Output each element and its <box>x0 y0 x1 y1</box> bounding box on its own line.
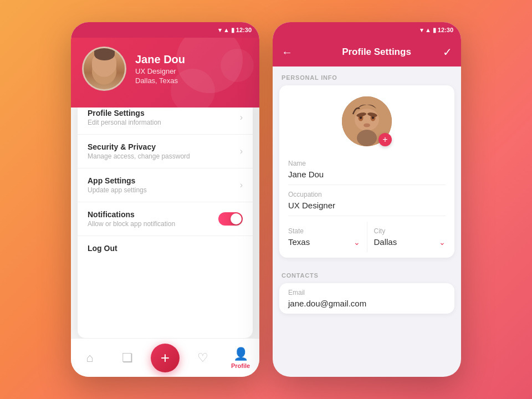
contacts-card: Email jane.dou@gmail.com <box>279 283 454 314</box>
personal-info-card: + Name Jane Dou Occupation UX Designer S… <box>279 85 454 258</box>
profile-info: Jane Dou UX Designer Dallas, Texas <box>135 53 185 85</box>
settings-card: Profile Settings Edit personal informati… <box>78 101 253 338</box>
notifications-toggle[interactable] <box>218 212 243 226</box>
settings-item-profile[interactable]: Profile Settings Edit personal informati… <box>78 101 253 135</box>
home-icon: ⌂ <box>86 351 93 365</box>
state-field[interactable]: State Texas ⌄ <box>288 222 367 252</box>
phone-profile: ▾ ▲ ▮ 12:30 <box>71 22 259 377</box>
chevron-right-icon: › <box>240 112 243 122</box>
check-button[interactable]: ✓ <box>443 45 452 59</box>
settings-item-profile-content: Profile Settings Edit personal informati… <box>88 109 240 126</box>
settings-item-notifications-sub: Allow or block app notification <box>88 220 218 228</box>
profile-name: Jane Dou <box>135 53 185 66</box>
state-value: Texas ⌄ <box>288 237 360 247</box>
city-value: Dallas ⌄ <box>374 237 446 247</box>
settings-item-logout-content: Log Out <box>88 244 243 254</box>
svg-point-3 <box>108 64 111 69</box>
avatar <box>82 47 126 91</box>
svg-point-4 <box>98 65 100 68</box>
status-icons-1: ▾ ▲ ▮ 12:30 <box>218 27 252 34</box>
nav-item-bookmark[interactable]: ❏ <box>109 351 146 365</box>
settings-item-security-title: Security & Privacy <box>88 142 240 151</box>
email-label: Email <box>288 289 446 296</box>
name-field[interactable]: Name Jane Dou <box>288 154 446 185</box>
city-text: Dallas <box>374 237 397 247</box>
signal-icon-2: ▲ <box>425 27 431 33</box>
status-icons-2: ▾ ▲ ▮ 12:30 <box>420 27 453 34</box>
contacts-label: CONTACTS <box>273 264 461 283</box>
settings-item-profile-title: Profile Settings <box>88 109 240 117</box>
settings-item-profile-sub: Edit personal information <box>88 119 240 126</box>
occupation-value: UX Designer <box>288 201 446 210</box>
svg-point-16 <box>364 124 370 127</box>
svg-point-7 <box>96 62 105 66</box>
nav-item-fab[interactable]: + <box>146 344 184 372</box>
wifi-icon-2: ▾ <box>420 27 423 34</box>
city-dropdown-arrow: ⌄ <box>439 238 446 247</box>
avatar-edit-wrap: + <box>288 85 446 154</box>
profile-role: UX Designer <box>135 67 185 75</box>
nav-item-home[interactable]: ⌂ <box>71 351 109 365</box>
nav-item-profile[interactable]: 👤 Profile <box>222 347 259 369</box>
face-svg <box>84 48 125 89</box>
settings-item-app-title: App Settings <box>88 176 240 185</box>
svg-point-0 <box>92 58 116 85</box>
top-bar: ← Profile Settings ✓ <box>273 38 461 66</box>
svg-point-1 <box>94 59 115 77</box>
toggle-knob <box>231 213 242 224</box>
heart-icon: ♡ <box>197 351 208 365</box>
page-title: Profile Settings <box>299 47 454 58</box>
profile-icon: 👤 <box>233 347 248 361</box>
battery-icon: ▮ <box>231 27 234 34</box>
svg-point-2 <box>97 64 101 69</box>
svg-point-19 <box>357 130 377 146</box>
occupation-field[interactable]: Occupation UX Designer <box>288 185 446 216</box>
bottom-nav: ⌂ ❏ + ♡ 👤 Profile <box>71 338 259 377</box>
avatar-image <box>84 48 125 89</box>
chevron-right-icon-2: › <box>240 146 243 156</box>
settings-item-notifications-title: Notifications <box>88 210 218 219</box>
settings-item-security-sub: Manage access, change password <box>88 152 240 160</box>
settings-item-security-content: Security & Privacy Manage access, change… <box>88 142 240 160</box>
svg-point-11 <box>355 109 379 131</box>
profile-location: Dallas, Texas <box>135 76 185 85</box>
state-text: Texas <box>288 237 310 247</box>
email-value: jane.dou@gmail.com <box>288 299 446 308</box>
city-label: City <box>374 227 446 235</box>
chevron-right-icon-3: › <box>240 180 243 190</box>
battery-icon-2: ▮ <box>433 27 436 34</box>
wifi-icon: ▾ <box>218 27 222 34</box>
nav-item-favorites[interactable]: ♡ <box>184 351 222 365</box>
status-bar-2: ▾ ▲ ▮ 12:30 <box>273 22 461 38</box>
settings-item-notifications[interactable]: Notifications Allow or block app notific… <box>78 202 253 236</box>
back-button[interactable]: ← <box>282 46 293 59</box>
personal-info-label: PERSONAL INFO <box>273 66 461 85</box>
email-field[interactable]: Email jane.dou@gmail.com <box>288 283 446 314</box>
settings-item-logout-title: Log Out <box>88 244 243 253</box>
avatar-container: + <box>342 96 392 146</box>
settings-item-logout[interactable]: Log Out <box>78 236 253 262</box>
signal-icon: ▲ <box>223 27 229 33</box>
profile-header: Jane Dou UX Designer Dallas, Texas <box>71 38 259 108</box>
name-value: Jane Dou <box>288 170 446 179</box>
name-label: Name <box>288 160 446 167</box>
settings-item-security[interactable]: Security & Privacy Manage access, change… <box>78 135 253 168</box>
phone-settings: ▾ ▲ ▮ 12:30 ← Profile Settings ✓ PERSONA… <box>273 22 461 377</box>
state-dropdown-arrow: ⌄ <box>354 238 360 247</box>
settings-item-notifications-content: Notifications Allow or block app notific… <box>88 210 218 228</box>
occupation-label: Occupation <box>288 191 446 198</box>
settings-content: PERSONAL INFO <box>273 66 461 377</box>
fab-button[interactable]: + <box>151 344 180 372</box>
city-field[interactable]: City Dallas ⌄ <box>367 222 446 252</box>
time-2: 12:30 <box>438 27 453 33</box>
svg-point-8 <box>104 62 113 66</box>
settings-item-app-content: App Settings Update app settings <box>88 176 240 194</box>
svg-point-6 <box>101 71 106 75</box>
profile-section: Jane Dou UX Designer Dallas, Texas <box>82 47 248 91</box>
settings-item-app[interactable]: App Settings Update app settings › <box>78 168 253 202</box>
bookmark-icon: ❏ <box>122 351 133 365</box>
avatar-add-button[interactable]: + <box>378 133 392 146</box>
settings-item-app-sub: Update app settings <box>88 186 240 194</box>
time-1: 12:30 <box>236 27 252 33</box>
svg-point-5 <box>108 65 110 68</box>
